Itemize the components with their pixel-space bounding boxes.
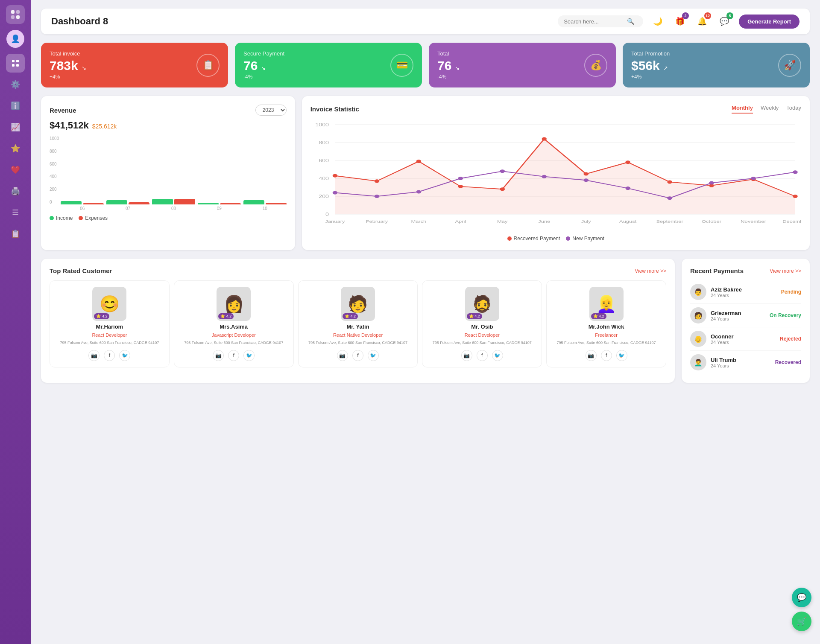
- customer-avatar: 🧔 ⭐ 4.2: [465, 287, 499, 321]
- payment-status: Recovered: [775, 359, 801, 365]
- theme-toggle-btn[interactable]: 🌙: [650, 14, 665, 29]
- facebook-icon[interactable]: f: [601, 350, 612, 361]
- stat-label-promotion: Total Promotion: [631, 50, 670, 57]
- recovered-dot-point: [583, 172, 588, 176]
- new-payment-dot-point: [751, 177, 756, 180]
- facebook-icon[interactable]: f: [477, 350, 488, 361]
- income-bar: [198, 203, 219, 205]
- twitter-icon[interactable]: 🐦: [616, 350, 627, 361]
- stats-row: Total invoice 783k ↘ +4% 📋 Secure Paymen…: [41, 43, 810, 87]
- stat-label-invoice: Total invoice: [50, 50, 86, 57]
- customer-name: Mrs.Asima: [220, 323, 248, 330]
- payments-header: Recent Payments View more >>: [690, 267, 801, 274]
- customers-view-more[interactable]: View more >>: [635, 268, 666, 274]
- cart-float-btn[interactable]: 🛒: [792, 612, 811, 631]
- instagram-icon[interactable]: 📷: [88, 350, 100, 361]
- bar-chart-wrapper: 10008006004002000 0607080910: [50, 136, 287, 211]
- payments-view-more[interactable]: View more >>: [770, 268, 801, 274]
- customer-card: 😊 ⭐ 4.2 Mr.Hariom React Developer 795 Fo…: [50, 280, 170, 367]
- facebook-icon[interactable]: f: [104, 350, 115, 361]
- facebook-icon[interactable]: f: [228, 350, 239, 361]
- payments-card: Recent Payments View more >> 👨 Aziz Bakr…: [682, 259, 810, 383]
- sidebar-item-favorites[interactable]: ⭐: [6, 139, 25, 158]
- generate-report-button[interactable]: Generate Report: [739, 15, 800, 29]
- customer-socials: 📷 f 🐦: [337, 350, 379, 361]
- instagram-icon[interactable]: 📷: [461, 350, 472, 361]
- payment-age: 24 Years: [711, 340, 776, 345]
- sidebar-item-likes[interactable]: ❤️: [6, 160, 25, 179]
- sidebar-item-print[interactable]: 🖨️: [6, 182, 25, 201]
- line-legend: Recovered Payment New Payment: [310, 236, 801, 242]
- tab-weekly[interactable]: Weekly: [761, 105, 779, 114]
- sidebar-item-dashboard[interactable]: [6, 54, 25, 73]
- bell-icon-btn[interactable]: 🔔 12: [694, 14, 710, 29]
- chat-icon-btn[interactable]: 💬 5: [717, 14, 732, 29]
- payment-name: Uli Trumb: [711, 357, 771, 363]
- customer-card: 👩 ⭐ 4.2 Mrs.Asima Javascript Developer 7…: [174, 280, 294, 367]
- legend-income: Income: [50, 215, 73, 221]
- instagram-icon[interactable]: 📷: [337, 350, 348, 361]
- user-avatar[interactable]: 👤: [6, 30, 24, 48]
- customer-card: 🧑 ⭐ 4.2 Mr. Yatin React Native Developer…: [298, 280, 418, 367]
- twitter-icon[interactable]: 🐦: [368, 350, 379, 361]
- sidebar-item-reports[interactable]: 📋: [6, 224, 25, 243]
- twitter-icon[interactable]: 🐦: [243, 350, 255, 361]
- stat-card-total: Total 76 ↘ -4% 💰: [429, 43, 616, 87]
- payment-avatar: 👴: [690, 331, 706, 347]
- customer-address: 795 Folsom Ave, Suite 600 San Francisco,…: [60, 340, 159, 346]
- income-dot: [50, 216, 54, 220]
- new-payment-dot-point: [542, 175, 546, 178]
- recovered-dot-point: [500, 187, 504, 191]
- instagram-icon[interactable]: 📷: [213, 350, 224, 361]
- svg-rect-5: [16, 60, 19, 62]
- payment-age: 24 Years: [711, 293, 777, 298]
- sidebar-item-settings[interactable]: ⚙️: [6, 75, 25, 94]
- sidebar-item-menu[interactable]: ☰: [6, 203, 25, 222]
- search-input[interactable]: [564, 18, 624, 25]
- bell-badge: 12: [704, 12, 711, 19]
- month-label: June: [538, 219, 550, 224]
- new-payment-dot-point: [793, 170, 797, 174]
- new-payment-dot-point: [625, 186, 630, 190]
- sidebar-logo[interactable]: [6, 5, 25, 24]
- payment-info: Aziz Bakree 24 Years: [711, 286, 777, 298]
- customer-socials: 📷 f 🐦: [88, 350, 130, 361]
- payment-name: Oconner: [711, 333, 776, 340]
- sidebar-item-analytics[interactable]: 📈: [6, 118, 25, 137]
- payment-status: Rejected: [780, 336, 801, 342]
- legend-new-payment: New Payment: [566, 236, 604, 242]
- header-right: 🔍 🌙 🎁 2 🔔 12 💬 5 Generate Report: [558, 14, 800, 29]
- facebook-icon[interactable]: f: [352, 350, 363, 361]
- bar-chart: [61, 136, 286, 204]
- tab-monthly[interactable]: Monthly: [732, 105, 753, 114]
- gift-icon-btn[interactable]: 🎁 2: [672, 14, 688, 29]
- sidebar-item-info[interactable]: ℹ️: [6, 96, 25, 115]
- payment-item: 🧑 Griezerman 24 Years On Recovery: [690, 304, 801, 327]
- recovered-dot-point: [458, 185, 463, 188]
- stat-card-invoice: Total invoice 783k ↘ +4% 📋: [41, 43, 228, 87]
- support-float-btn[interactable]: 💬: [792, 588, 811, 607]
- bar-group: [243, 200, 287, 204]
- recovered-dot-point: [332, 174, 337, 178]
- stat-icon-invoice: 📋: [196, 54, 220, 77]
- bottom-row: Top Rated Customer View more >> 😊 ⭐ 4.2 …: [41, 259, 810, 383]
- recovered-dot-point: [542, 137, 546, 141]
- search-box[interactable]: 🔍: [558, 15, 643, 27]
- payment-info: Oconner 24 Years: [711, 333, 776, 345]
- bar-group: [106, 200, 149, 205]
- payments-list: 👨 Aziz Bakree 24 Years Pending 🧑 Griezer…: [690, 280, 801, 374]
- tab-today[interactable]: Today: [786, 105, 801, 114]
- revenue-header: Revenue 2023 2022 2021: [50, 105, 287, 116]
- customer-role: React Developer: [465, 332, 500, 338]
- customer-card: 👱‍♀️ ⭐ 4.2 Mr.John Wick Freelancer 795 F…: [546, 280, 666, 367]
- payments-title: Recent Payments: [690, 267, 744, 274]
- instagram-icon[interactable]: 📷: [586, 350, 597, 361]
- twitter-icon[interactable]: 🐦: [492, 350, 503, 361]
- bar-legend: Income Expenses: [50, 215, 287, 221]
- year-select[interactable]: 2023 2022 2021: [255, 105, 287, 116]
- month-label: August: [619, 219, 637, 224]
- income-bar: [61, 201, 82, 204]
- twitter-icon[interactable]: 🐦: [119, 350, 130, 361]
- svg-rect-4: [12, 60, 15, 62]
- month-label: May: [497, 219, 508, 224]
